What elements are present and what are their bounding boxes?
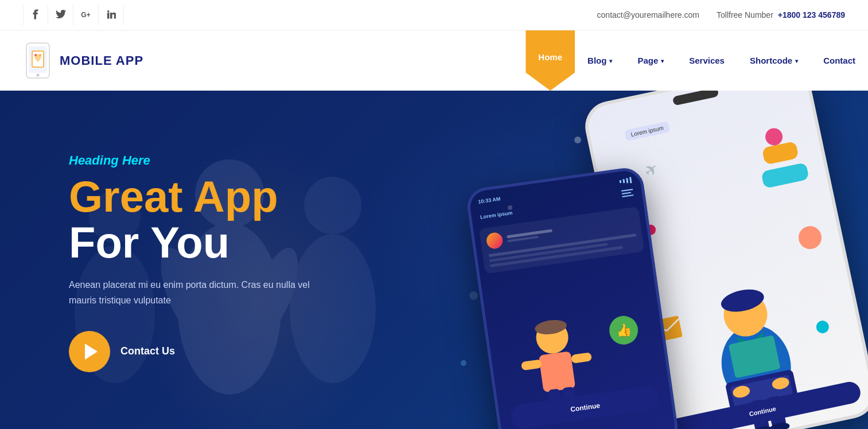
star-dot-4 [461,360,466,366]
logo-icon [23,42,53,79]
svg-rect-31 [539,351,576,392]
facebook-icon [33,9,38,21]
nav-contact[interactable]: Contact [811,30,868,91]
avatar [485,232,504,250]
hero-section: Heading Here Great App For You Aenean pl… [0,91,868,429]
main-nav: Home Blog ▾ Page ▾ Services Shortcode ▾ … [526,30,868,91]
phone-small-screen: 10:33 AM Lorem ipsum [468,169,677,429]
star-dot-3 [469,291,478,300]
cta-label: Contact Us [120,345,175,357]
tollfree-number: +1800 123 456789 [778,10,845,20]
hero-heading-line2: For You [69,220,333,266]
tollfree-label: Tollfree Number [717,10,773,20]
hero-content: Heading Here Great App For You Aenean pl… [0,107,402,418]
googleplus-link[interactable]: G+ [73,5,99,25]
nav-services[interactable]: Services [676,30,737,91]
svg-point-7 [39,54,41,56]
linkedin-link[interactable] [99,5,124,25]
svg-point-1 [107,10,110,13]
chat-bubble-2 [761,162,809,189]
chevron-down-icon: ▾ [795,58,798,64]
nav-blog[interactable]: Blog ▾ [575,30,625,91]
facebook-link[interactable] [23,5,48,25]
twitter-link[interactable] [48,5,73,25]
phone-mockups: Lorem ipsum ✈ [386,91,868,429]
header: MOBILE APP Home Blog ▾ Page ▾ Services S… [0,30,868,91]
status-bar: 10:33 AM [478,177,632,204]
star-dot-2 [508,205,512,210]
star-dot-1 [574,136,581,143]
hero-heading-line1: Great App [69,174,333,220]
logo-text: MOBILE APP [60,53,143,68]
tollfree-info: Tollfree Number +1800 123 456789 [717,10,845,20]
svg-rect-33 [571,352,592,364]
nav-page[interactable]: Page ▾ [625,30,676,91]
status-time: 10:33 AM [478,196,501,204]
svg-rect-32 [521,359,542,370]
logo-area: MOBILE APP [0,30,166,91]
phone-notch [672,91,719,106]
twitter-icon [56,10,66,20]
googleplus-icon: G+ [81,11,90,19]
hero-cta: Contact Us [69,331,333,372]
nav-shortcode[interactable]: Shortcode ▾ [737,30,811,91]
chevron-down-icon: ▾ [609,58,612,64]
svg-point-4 [37,74,40,77]
phone-lorem-label: Lorem ipsum [480,210,512,220]
topbar: G+ contact@youremailhere.com Tollfree Nu… [0,0,868,30]
chat-bubble-1 [762,141,799,165]
email-address: contact@youremailhere.com [597,10,699,20]
svg-rect-0 [107,13,110,19]
linkedin-icon [107,10,116,21]
signal-bar-4 [629,177,632,183]
signal-bar-1 [620,180,622,183]
hero-subtext: Aenean placerat mi eu enim porta dictum.… [69,277,333,308]
plane-icon: ✈ [640,158,662,181]
lorem-badge: Lorem ipsum [624,121,670,141]
chevron-down-icon: ▾ [661,58,664,64]
svg-point-6 [34,54,37,56]
signal-bar-2 [622,179,625,183]
signal-bar-3 [626,178,628,183]
nav-home[interactable]: Home [526,30,575,91]
social-links: G+ [23,5,124,25]
contact-info: contact@youremailhere.com Tollfree Numbe… [597,10,845,20]
status-icons [619,177,632,185]
play-triangle-icon [85,344,98,360]
play-button[interactable] [69,331,110,372]
hamburger-icon [621,187,634,199]
hero-subheading: Heading Here [69,153,333,168]
